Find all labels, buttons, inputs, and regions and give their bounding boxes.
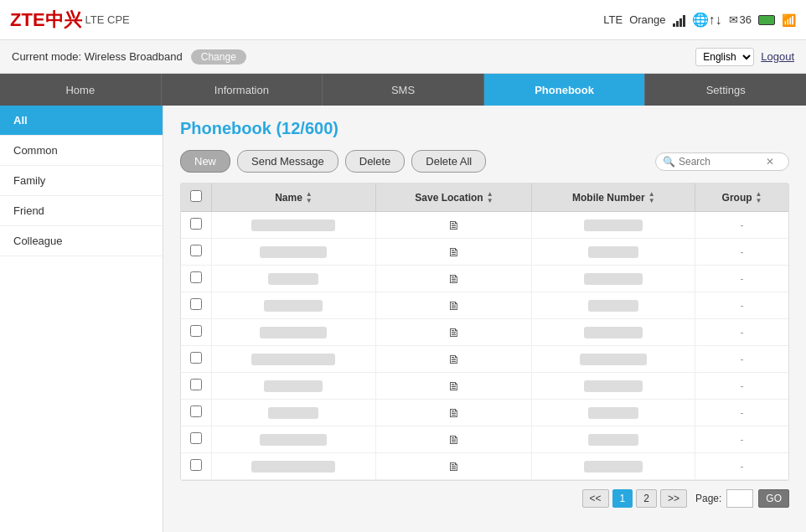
row-group: - bbox=[695, 426, 788, 453]
nav-item-settings[interactable]: Settings bbox=[645, 74, 806, 106]
toolbar: New Send Message Delete Delete All 🔍 ✕ bbox=[180, 150, 789, 173]
logo-sub-text: LTE CPE bbox=[85, 13, 130, 26]
row-checkbox-cell bbox=[181, 212, 211, 239]
row-group: - bbox=[695, 453, 788, 480]
sim-card-icon: 🗎 bbox=[447, 298, 460, 312]
save-location-sort-arrows[interactable]: ▲▼ bbox=[487, 191, 493, 204]
group-sort-arrows[interactable]: ▲▼ bbox=[756, 191, 762, 204]
row-save-location: 🗎 bbox=[376, 266, 532, 292]
row-mobile-number: █████████ bbox=[532, 266, 695, 292]
row-group: - bbox=[695, 373, 788, 400]
row-name: █████████████ bbox=[211, 212, 376, 239]
nav-item-phonebook[interactable]: Phonebook bbox=[484, 74, 646, 106]
table-row: █████████████🗎█████████- bbox=[181, 266, 788, 292]
row-checkbox-cell bbox=[181, 266, 211, 292]
table-row: █████████████🗎█████████- bbox=[181, 400, 788, 426]
sidebar-item-common[interactable]: Common bbox=[0, 136, 163, 166]
row-mobile-number: █████████ bbox=[532, 426, 695, 453]
row-save-location: 🗎 bbox=[376, 453, 532, 480]
row-save-location: 🗎 bbox=[376, 292, 532, 319]
nav-item-home[interactable]: Home bbox=[0, 74, 162, 106]
group-column-header: Group ▲▼ bbox=[695, 183, 788, 212]
sim-card-icon: 🗎 bbox=[447, 352, 460, 366]
change-button[interactable]: Change bbox=[191, 49, 246, 65]
sidebar-item-all[interactable]: All bbox=[0, 106, 163, 136]
logout-button[interactable]: Logout bbox=[761, 50, 794, 63]
row-checkbox-cell bbox=[181, 292, 211, 319]
table-row: █████████████🗎█████████- bbox=[181, 239, 788, 266]
name-sort-arrows[interactable]: ▲▼ bbox=[306, 191, 313, 204]
row-checkbox[interactable] bbox=[190, 432, 202, 444]
battery-icon bbox=[758, 15, 775, 25]
new-button[interactable]: New bbox=[180, 150, 230, 173]
row-checkbox[interactable] bbox=[190, 352, 202, 364]
search-clear-icon[interactable]: ✕ bbox=[766, 156, 774, 168]
delete-button[interactable]: Delete bbox=[345, 150, 406, 173]
name-column-header: Name ▲▼ bbox=[211, 183, 376, 212]
nav-item-information[interactable]: Information bbox=[162, 74, 323, 106]
row-mobile-number: █████████ bbox=[532, 292, 695, 319]
language-select[interactable]: English bbox=[695, 48, 754, 66]
sidebar-item-friend[interactable]: Friend bbox=[0, 196, 163, 226]
page-2-button[interactable]: 2 bbox=[636, 489, 657, 508]
row-checkbox[interactable] bbox=[190, 379, 202, 390]
delete-all-button[interactable]: Delete All bbox=[411, 150, 486, 173]
search-icon: 🔍 bbox=[663, 156, 675, 168]
row-mobile-number: █████████ bbox=[532, 373, 695, 400]
row-save-location: 🗎 bbox=[376, 319, 532, 346]
row-name: █████████████ bbox=[211, 319, 376, 346]
sidebar-item-colleague[interactable]: Colleague bbox=[0, 226, 163, 256]
row-group: - bbox=[695, 212, 788, 239]
page-number-input[interactable] bbox=[726, 489, 753, 508]
wifi-icon: 📶 bbox=[782, 13, 796, 27]
table-row: █████████████🗎█████████- bbox=[181, 212, 788, 239]
mode-right: English Logout bbox=[695, 48, 794, 66]
page-1-button[interactable]: 1 bbox=[612, 489, 633, 508]
go-button[interactable]: GO bbox=[758, 489, 789, 508]
prev-page-button[interactable]: << bbox=[582, 489, 609, 508]
row-checkbox[interactable] bbox=[190, 459, 202, 471]
phonebook-table-container: Name ▲▼ Save Location ▲▼ bbox=[180, 183, 789, 481]
table-row: █████████████🗎█████████- bbox=[181, 292, 788, 319]
logo: ZTE中兴 LTE CPE bbox=[10, 8, 130, 33]
sidebar: All Common Family Friend Colleague bbox=[0, 106, 163, 532]
mail-badge: ✉ 36 bbox=[729, 13, 752, 26]
row-checkbox[interactable] bbox=[190, 271, 202, 283]
page-title: Phonebook (12/600) bbox=[180, 119, 789, 138]
row-checkbox[interactable] bbox=[190, 405, 202, 417]
row-name: █████████████ bbox=[211, 292, 376, 319]
row-mobile-number: █████████ bbox=[532, 400, 695, 426]
sim-card-icon: 🗎 bbox=[447, 245, 460, 259]
sim-card-icon: 🗎 bbox=[447, 379, 460, 393]
row-checkbox-cell bbox=[181, 453, 211, 480]
next-page-button[interactable]: >> bbox=[660, 489, 687, 508]
send-message-button[interactable]: Send Message bbox=[237, 150, 338, 173]
row-checkbox-cell bbox=[181, 373, 211, 400]
row-save-location: 🗎 bbox=[376, 212, 532, 239]
row-checkbox[interactable] bbox=[190, 218, 202, 230]
select-all-header bbox=[181, 183, 211, 212]
save-location-column-header: Save Location ▲▼ bbox=[376, 183, 532, 212]
globe-icon: 🌐↑↓ bbox=[692, 12, 722, 28]
pagination: << 1 2 >> Page: GO bbox=[180, 489, 789, 508]
header-status: LTE Orange 🌐↑↓ ✉ 36 📶 bbox=[603, 12, 796, 28]
row-save-location: 🗎 bbox=[376, 426, 532, 453]
row-name: █████████████ bbox=[211, 346, 376, 373]
search-input[interactable] bbox=[679, 156, 762, 168]
row-group: - bbox=[695, 319, 788, 346]
row-save-location: 🗎 bbox=[376, 373, 532, 400]
sidebar-item-family[interactable]: Family bbox=[0, 166, 163, 196]
row-mobile-number: █████████ bbox=[532, 346, 695, 373]
nav-item-sms[interactable]: SMS bbox=[323, 74, 484, 106]
sim-card-icon: 🗎 bbox=[447, 325, 460, 339]
row-checkbox[interactable] bbox=[190, 325, 202, 337]
row-checkbox[interactable] bbox=[190, 245, 202, 256]
signal-bars-icon bbox=[673, 13, 685, 27]
row-checkbox-cell bbox=[181, 319, 211, 346]
logo-main-text: ZTE中兴 bbox=[10, 8, 82, 33]
select-all-checkbox[interactable] bbox=[190, 190, 202, 202]
row-checkbox[interactable] bbox=[190, 298, 202, 310]
row-name: █████████████ bbox=[211, 266, 376, 292]
row-checkbox-cell bbox=[181, 400, 211, 426]
mobile-number-sort-arrows[interactable]: ▲▼ bbox=[648, 191, 655, 204]
